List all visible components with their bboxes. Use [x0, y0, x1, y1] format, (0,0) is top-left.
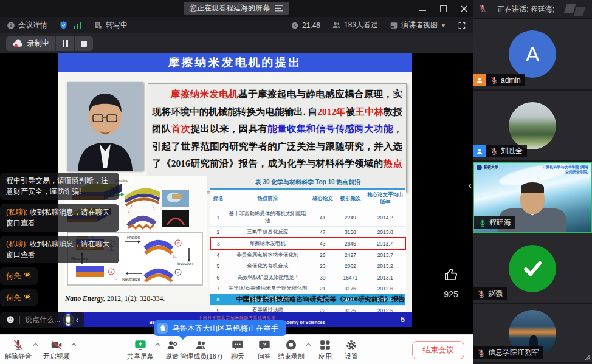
toolbar-qa-button[interactable]: ?问答 — [258, 338, 271, 361]
title-bar: 您正在观看程廷海的屏幕 — [0, 0, 473, 17]
svg-text:Induction: Induction — [177, 261, 193, 266]
mic-muted-icon — [478, 4, 487, 13]
toolbar-share-screen-button[interactable]: 共享屏幕 — [127, 338, 154, 361]
brand-watermark — [560, 3, 590, 18]
toolbar-label: 管理成员(167) — [180, 352, 222, 361]
pause-recording-button[interactable] — [55, 36, 74, 51]
qa-icon: ? — [258, 338, 271, 352]
recording-bar: 录制中 — [0, 33, 473, 53]
meeting-window: 您正在观看程廷海的屏幕 会议详情 T 转写中 — [0, 0, 592, 364]
mic-muted-icon — [477, 349, 486, 357]
like-count: 925 — [433, 289, 469, 299]
toolbar-label: 开启视频 — [43, 352, 70, 361]
meeting-details[interactable]: 会议详情 — [7, 20, 47, 30]
speaking-indicator: 正在讲话: 程廷海; — [473, 0, 592, 19]
toolbar-label: 问答 — [258, 352, 271, 361]
maximize-button[interactable] — [439, 4, 447, 13]
members-icon — [194, 338, 208, 352]
clap-icon — [22, 270, 32, 280]
chevron-up-icon — [155, 343, 160, 346]
reaction-counter: 925 — [433, 266, 469, 299]
table-header-row: 排名热点前沿核心论文被引频次核心论文平均出版年 — [210, 189, 405, 208]
hand-raise-text: 乌鲁木齐天山区马艳梅正在举手 — [172, 323, 278, 334]
menu-bar: 会议详情 T 转写中 21:46 183人看过 演讲者视 — [0, 17, 473, 33]
check-icon — [518, 255, 546, 283]
toolbar-apps-button[interactable]: 应用 — [318, 338, 332, 361]
bottom-toolbar: 结束会议 解除静音开启视频共享屏幕邀请管理成员(167)聊天?问答结束录制应用设… — [0, 334, 473, 364]
participant-name: 赵强 — [488, 289, 503, 299]
toolbar-members-button[interactable]: 管理成员(167) — [180, 338, 222, 361]
chat-placeholder: 说点什么... — [25, 315, 60, 325]
security-shield-icon[interactable] — [59, 21, 68, 30]
toolbar-label: 邀请 — [165, 352, 179, 361]
apps-icon — [318, 338, 332, 352]
transcribe-label: 转写中 — [106, 20, 128, 30]
watching-banner: 您正在观看程廷海的屏幕 — [184, 2, 289, 15]
fullscreen-icon[interactable] — [458, 21, 466, 30]
stop-record-icon — [284, 338, 298, 352]
collapse-panel-chevron[interactable]: ‹ — [468, 181, 472, 190]
viewer-count[interactable]: 183人看过 — [332, 20, 378, 30]
meeting-details-label: 会议详情 — [18, 20, 47, 30]
toolbar-settings-button[interactable]: 设置 — [345, 338, 358, 361]
raised-hand-icon — [157, 323, 168, 334]
main-area: 您正在观看程廷海的屏幕 会议详情 T 转写中 — [0, 0, 473, 364]
speaking-label: 正在讲话: 程廷海; — [497, 4, 554, 15]
toolbar-label: 聊天 — [231, 352, 244, 361]
table-row: 3摩擦纳米发电机4328462013.7 — [210, 238, 405, 249]
chat-collapse-button[interactable]: ‹ — [70, 312, 84, 328]
video-overlay-right: 计算机科学与技术学院 (网络空间安全学院) — [540, 165, 588, 174]
person-icon — [476, 77, 483, 84]
network-signal-icon[interactable] — [74, 21, 82, 29]
participant-name: admin — [501, 76, 521, 84]
resize-handle[interactable] — [583, 352, 591, 363]
participant-tile[interactable]: 刘胜全 — [473, 91, 592, 162]
participant-tile[interactable]: 新疆大学计算机科学与技术学院 (网络空间安全学院)程廷海 — [473, 162, 592, 233]
chat-input[interactable]: 说点什么... — [0, 312, 66, 328]
participant-tile[interactable]: 信息学院江烈军 — [473, 304, 592, 363]
table-row: 2三氟甲硫基化反应4731582013.8 — [210, 227, 405, 238]
table-row: 4非贵金属电解水纳米催化剂2624272013.7 — [210, 250, 405, 261]
duration-value: 21:46 — [302, 21, 320, 30]
clap-icon — [22, 292, 32, 301]
stop-recording-button[interactable] — [74, 36, 93, 51]
transcription-status[interactable]: T 转写中 — [94, 20, 128, 30]
toolbar-mic-off-button[interactable]: 解除静音 — [5, 338, 32, 361]
toolbar-stop-record-button[interactable]: 结束录制 — [278, 338, 305, 361]
svg-text:A: A — [177, 271, 179, 275]
toolbar-invite-button[interactable]: 邀请 — [165, 338, 179, 361]
slide-title: 摩擦纳米发电机的提出 — [58, 53, 412, 72]
person-icon — [476, 148, 483, 155]
svg-text:Friction: Friction — [127, 235, 140, 239]
chat-message: 何亮 — [0, 267, 38, 285]
svg-text:?: ? — [263, 341, 266, 348]
close-button[interactable] — [459, 4, 468, 13]
hand-raise-toast: 乌鲁木齐天山区马艳梅正在举手 — [154, 320, 286, 336]
view-mode-selector[interactable]: 演讲者视图 ▼ — [390, 20, 446, 30]
cloud-record-icon — [12, 39, 24, 48]
participants-panel: 正在讲话: 程廷海; Aadmin刘胜全新疆大学计算机科学与技术学院 (网络空间… — [473, 0, 592, 364]
chat-message: (私聊): 收到私聊消息，请在聊天窗口查看 — [0, 236, 119, 263]
viewers-icon — [332, 21, 341, 29]
chat-messages: 程中引导交易，请谨慎判断，注意财产安全，谨防诈骗!(私聊): 收到私聊消息，请在… — [0, 173, 119, 306]
mic-on-icon — [478, 219, 487, 227]
participant-tile[interactable]: Aadmin — [473, 19, 592, 91]
chevron-down-icon: ▼ — [441, 22, 446, 29]
recording-label: 录制中 — [27, 38, 49, 49]
view-mode-label: 演讲者视图 — [401, 20, 438, 30]
end-meeting-button[interactable]: 结束会议 — [412, 341, 464, 359]
toolbar-camera-off-button[interactable]: 开启视频 — [43, 338, 70, 361]
slide-page-number: 5 — [401, 315, 405, 324]
participant-label: 信息学院江烈军 — [473, 346, 543, 359]
hot-topics-table: 表 30 化学与材料科学 Top 10 热点前沿 排名热点前沿核心论文被引频次核… — [210, 178, 406, 327]
role-badge-icon — [473, 74, 486, 86]
table-row: 1基于非富勒烯受体的有机太阳能电池4122492014.2 — [210, 208, 405, 227]
minimize-button[interactable] — [418, 4, 427, 13]
svg-text:Neutralize: Neutralize — [122, 277, 140, 281]
university-logo-icon — [477, 165, 482, 170]
emoji-icon[interactable] — [6, 315, 15, 324]
toolbar-chat-button[interactable]: 聊天 — [231, 338, 244, 361]
banner-menu-icon[interactable] — [275, 5, 283, 12]
participant-tile[interactable]: 赵强 — [473, 233, 592, 304]
chat-message: 何亮 — [0, 289, 38, 307]
